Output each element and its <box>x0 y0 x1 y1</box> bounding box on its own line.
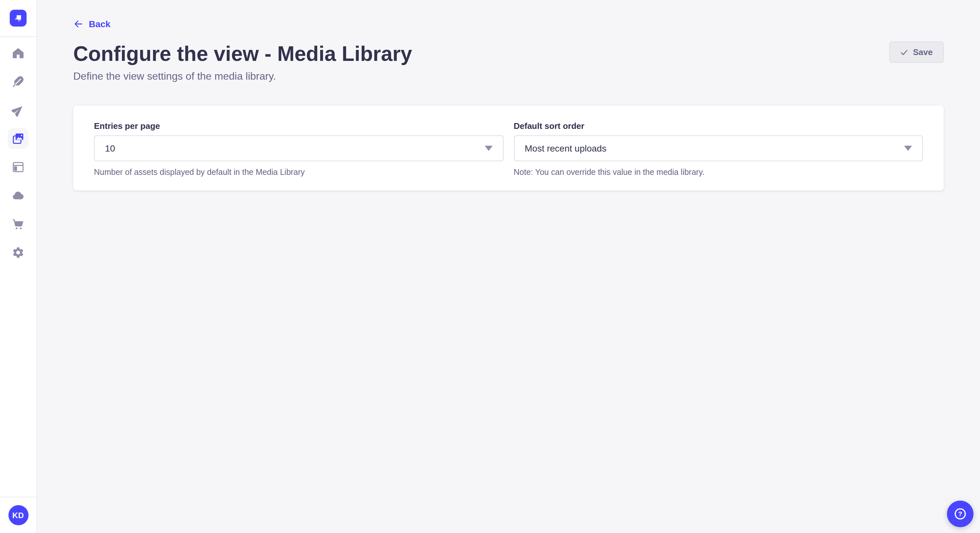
select-value: Most recent uploads <box>525 143 606 154</box>
default-sort-order-select[interactable]: Most recent uploads <box>514 135 923 161</box>
strapi-logo-icon[interactable] <box>10 10 27 27</box>
field-hint: Note: You can override this value in the… <box>514 168 923 178</box>
sidebar: KD <box>0 0 37 533</box>
logo-section <box>0 0 36 37</box>
sidebar-item-marketplace[interactable] <box>8 214 29 235</box>
field-label: Entries per page <box>94 121 503 132</box>
chevron-down-icon <box>904 146 912 151</box>
cart-icon <box>12 217 25 230</box>
home-icon <box>12 47 25 60</box>
page-subtitle: Define the view settings of the media li… <box>73 69 412 84</box>
field-label: Default sort order <box>514 121 923 132</box>
sidebar-item-releases[interactable] <box>8 100 29 121</box>
save-button[interactable]: Save <box>889 41 944 63</box>
page-header: Configure the view - Media Library Defin… <box>73 41 944 84</box>
main-content: Back Configure the view - Media Library … <box>37 0 980 533</box>
sidebar-nav <box>0 37 36 497</box>
paper-plane-icon <box>12 104 25 117</box>
app-window: KD Back Configure the view - Media Libra… <box>0 0 980 533</box>
sidebar-item-settings[interactable] <box>8 242 29 263</box>
entries-per-page-select[interactable]: 10 <box>94 135 503 161</box>
question-mark-icon: ? <box>953 506 968 521</box>
settings-card: Entries per page 10 Number of assets dis… <box>73 106 944 190</box>
field-default-sort-order: Default sort order Most recent uploads N… <box>514 121 923 178</box>
user-section: KD <box>0 497 36 533</box>
strapi-logo-glyph <box>12 12 24 24</box>
arrow-left-icon <box>73 19 84 29</box>
page-title: Configure the view - Media Library <box>73 41 412 67</box>
select-value: 10 <box>105 143 115 154</box>
back-link[interactable]: Back <box>73 18 110 30</box>
gear-icon <box>12 246 25 259</box>
sidebar-item-home[interactable] <box>8 43 29 63</box>
media-library-icon <box>12 132 25 145</box>
sidebar-item-content-type-builder[interactable] <box>8 71 29 92</box>
save-button-label: Save <box>913 47 933 57</box>
avatar-initials: KD <box>12 511 24 520</box>
title-block: Configure the view - Media Library Defin… <box>73 41 412 84</box>
help-button[interactable]: ? <box>947 501 974 527</box>
sidebar-item-cloud[interactable] <box>8 185 29 206</box>
cloud-icon <box>12 189 25 202</box>
svg-text:?: ? <box>958 510 962 517</box>
check-icon <box>900 48 908 56</box>
field-hint: Number of assets displayed by default in… <box>94 168 503 178</box>
sidebar-item-media-library[interactable] <box>8 128 29 149</box>
user-avatar[interactable]: KD <box>8 505 28 525</box>
chevron-down-icon <box>485 146 492 151</box>
field-entries-per-page: Entries per page 10 Number of assets dis… <box>94 121 503 178</box>
sidebar-item-content-manager[interactable] <box>8 157 29 178</box>
feather-icon <box>12 75 25 88</box>
viewport: KD Back Configure the view - Media Libra… <box>0 0 980 533</box>
back-label: Back <box>89 18 110 30</box>
layout-icon <box>12 160 25 174</box>
